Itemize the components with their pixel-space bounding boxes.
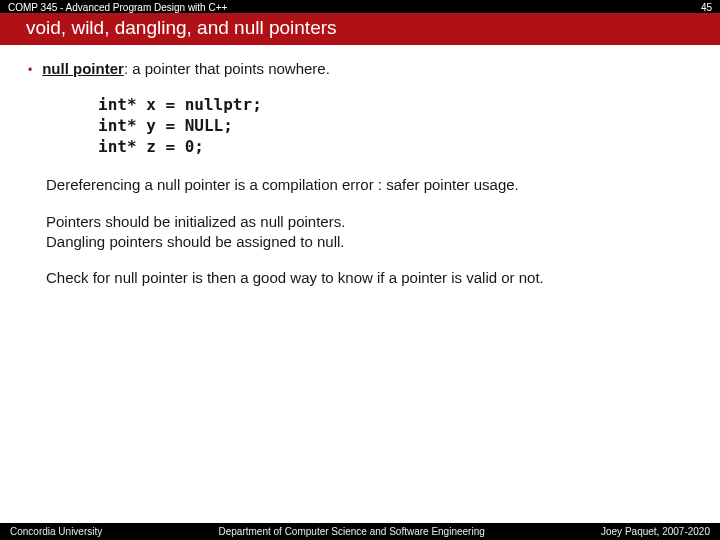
- footer-left: Concordia University: [10, 526, 102, 537]
- footer-right: Joey Paquet, 2007-2020: [601, 526, 710, 537]
- paragraph: Check for null pointer is then a good wa…: [46, 268, 700, 288]
- paragraph: Dereferencing a null pointer is a compil…: [46, 175, 700, 195]
- bullet-icon: •: [28, 59, 32, 81]
- term: null pointer: [42, 60, 124, 77]
- code-block: int* x = nullptr; int* y = NULL; int* z …: [98, 95, 700, 157]
- page-number: 45: [701, 2, 712, 13]
- footer: Concordia University Department of Compu…: [0, 523, 720, 540]
- paragraph: Dangling pointers should be assigned to …: [46, 232, 700, 252]
- course-title: COMP 345 - Advanced Program Design with …: [8, 2, 227, 13]
- definition: : a pointer that points nowhere.: [124, 60, 330, 77]
- footer-center: Department of Computer Science and Softw…: [219, 526, 485, 537]
- bullet-item: • null pointer: a pointer that points no…: [28, 59, 700, 81]
- slide-content: • null pointer: a pointer that points no…: [0, 45, 720, 288]
- paragraph: Pointers should be initialized as null p…: [46, 212, 700, 232]
- header-bar: COMP 345 - Advanced Program Design with …: [0, 0, 720, 13]
- bullet-text: null pointer: a pointer that points nowh…: [42, 59, 330, 79]
- slide-title: void, wild, dangling, and null pointers: [0, 13, 720, 45]
